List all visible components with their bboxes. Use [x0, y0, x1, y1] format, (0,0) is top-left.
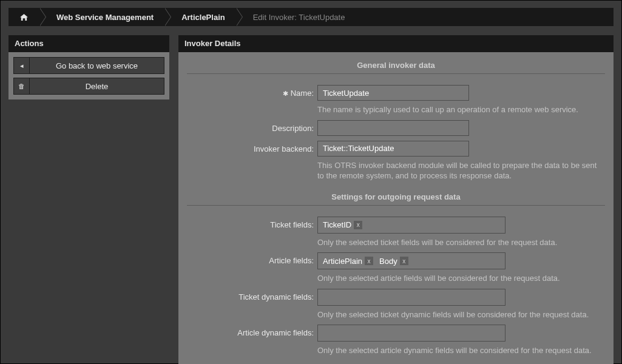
article-fields-input[interactable]: ArticlePlainxBodyx	[317, 252, 505, 269]
breadcrumb: Web Service Management ArticlePlain Edit…	[8, 8, 614, 26]
ticket-dyn-label: Ticket dynamic fields:	[187, 289, 317, 320]
section-divider	[187, 205, 605, 206]
article-dyn-label: Article dynamic fields:	[187, 325, 317, 356]
trash-icon: 🗑	[14, 78, 30, 94]
delete-button[interactable]: 🗑 Delete	[13, 78, 164, 95]
go-back-label: Go back to web service	[30, 61, 164, 70]
section-divider	[187, 73, 605, 74]
ticket-fields-input[interactable]: TicketIDx	[317, 217, 505, 234]
tag-remove-icon[interactable]: x	[400, 257, 408, 265]
ticket-dyn-input[interactable]	[317, 289, 505, 306]
ticket-fields-label: Ticket fields:	[187, 217, 317, 248]
invoker-details-body: General invoker data ✱Name: The name is …	[178, 52, 614, 364]
article-fields-label: Article fields:	[187, 252, 317, 284]
backend-value: Ticket::TicketUpdate	[317, 141, 469, 157]
actions-panel: ◂ Go back to web service 🗑 Delete	[8, 52, 169, 99]
breadcrumb-home[interactable]	[8, 8, 39, 26]
delete-label: Delete	[30, 82, 164, 91]
tag: ArticlePlainx	[320, 255, 374, 267]
backend-help: This OTRS invoker backend module will be…	[317, 160, 605, 181]
article-fields-help: Only the selected article fields will be…	[317, 273, 605, 284]
section-general-heading: General invoker data	[187, 58, 605, 73]
breadcrumb-label: Web Service Management	[56, 13, 154, 22]
home-icon	[19, 13, 29, 21]
required-icon: ✱	[283, 90, 288, 97]
article-dyn-help: Only the selected article dynamic fields…	[317, 345, 605, 356]
tag: TicketIDx	[320, 219, 363, 231]
tag: Bodyx	[377, 255, 410, 267]
breadcrumb-item-page: Edit Invoker: TicketUpdate	[236, 8, 356, 26]
name-input[interactable]	[317, 85, 469, 101]
description-label: Description:	[187, 120, 317, 136]
breadcrumb-label: Edit Invoker: TicketUpdate	[253, 13, 345, 22]
tag-remove-icon[interactable]: x	[354, 221, 362, 229]
ticket-fields-help: Only the selected ticket fields will be …	[317, 237, 605, 248]
tag-remove-icon[interactable]: x	[365, 257, 373, 265]
breadcrumb-item-ws[interactable]: ArticlePlain	[164, 8, 236, 26]
description-input[interactable]	[317, 120, 469, 136]
back-icon: ◂	[14, 58, 30, 73]
name-label: ✱Name:	[187, 85, 317, 115]
section-outgoing-heading: Settings for outgoing request data	[187, 190, 605, 205]
ticket-dyn-help: Only the selected ticket dynamic fields …	[317, 309, 605, 320]
actions-header: Actions	[8, 35, 169, 52]
breadcrumb-item-wsm[interactable]: Web Service Management	[39, 8, 164, 26]
go-back-button[interactable]: ◂ Go back to web service	[13, 57, 164, 74]
name-help: The name is typically used to call up an…	[317, 104, 605, 115]
breadcrumb-label: ArticlePlain	[181, 13, 225, 22]
article-dyn-input[interactable]	[317, 325, 505, 342]
invoker-details-header: Invoker Details	[178, 35, 614, 52]
backend-label: Invoker backend:	[187, 141, 317, 181]
